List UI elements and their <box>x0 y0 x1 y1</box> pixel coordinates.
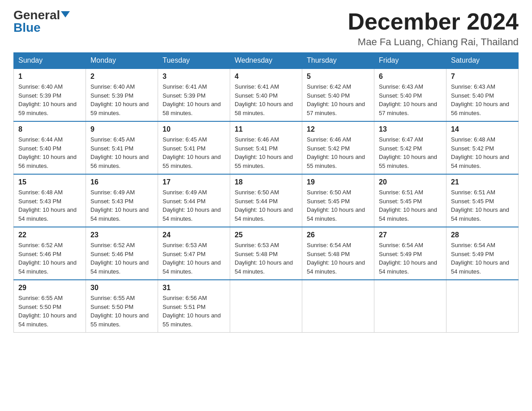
day-number: 7 <box>451 73 514 81</box>
calendar-cell: 1Sunrise: 6:40 AMSunset: 5:39 PMDaylight… <box>14 68 86 121</box>
column-header-friday: Friday <box>374 53 446 69</box>
logo-general-text: General <box>13 9 60 21</box>
day-info: Sunrise: 6:50 AMSunset: 5:45 PMDaylight:… <box>307 188 369 223</box>
week-row-3: 15Sunrise: 6:48 AMSunset: 5:43 PMDayligh… <box>14 174 519 227</box>
month-title: December 2024 <box>348 9 519 34</box>
column-header-wednesday: Wednesday <box>230 53 302 69</box>
calendar-cell <box>302 280 374 333</box>
day-number: 9 <box>90 125 153 133</box>
day-info: Sunrise: 6:48 AMSunset: 5:43 PMDaylight:… <box>18 188 81 223</box>
day-info: Sunrise: 6:51 AMSunset: 5:45 PMDaylight:… <box>379 188 442 223</box>
calendar-cell: 12Sunrise: 6:46 AMSunset: 5:42 PMDayligh… <box>302 121 374 174</box>
calendar-cell: 14Sunrise: 6:48 AMSunset: 5:42 PMDayligh… <box>446 121 519 174</box>
day-info: Sunrise: 6:44 AMSunset: 5:40 PMDaylight:… <box>18 135 81 170</box>
calendar-cell <box>374 280 446 333</box>
day-number: 10 <box>163 125 225 133</box>
calendar-cell: 26Sunrise: 6:54 AMSunset: 5:48 PMDayligh… <box>302 227 374 280</box>
column-header-tuesday: Tuesday <box>158 53 230 69</box>
day-number: 2 <box>90 73 153 81</box>
day-number: 19 <box>307 178 369 186</box>
day-info: Sunrise: 6:54 AMSunset: 5:49 PMDaylight:… <box>379 241 442 276</box>
calendar-cell <box>230 280 302 333</box>
calendar-cell: 21Sunrise: 6:51 AMSunset: 5:45 PMDayligh… <box>446 174 519 227</box>
week-row-5: 29Sunrise: 6:55 AMSunset: 5:50 PMDayligh… <box>14 280 519 333</box>
day-info: Sunrise: 6:55 AMSunset: 5:50 PMDaylight:… <box>90 294 153 329</box>
calendar-table: SundayMondayTuesdayWednesdayThursdayFrid… <box>13 52 519 333</box>
day-number: 12 <box>307 125 369 133</box>
calendar-cell: 5Sunrise: 6:42 AMSunset: 5:40 PMDaylight… <box>302 68 374 121</box>
day-number: 5 <box>307 73 369 81</box>
day-info: Sunrise: 6:41 AMSunset: 5:39 PMDaylight:… <box>163 82 225 117</box>
day-info: Sunrise: 6:52 AMSunset: 5:46 PMDaylight:… <box>18 241 81 276</box>
week-row-4: 22Sunrise: 6:52 AMSunset: 5:46 PMDayligh… <box>14 227 519 280</box>
calendar-cell: 13Sunrise: 6:47 AMSunset: 5:42 PMDayligh… <box>374 121 446 174</box>
day-info: Sunrise: 6:55 AMSunset: 5:50 PMDaylight:… <box>18 294 81 329</box>
calendar-cell: 8Sunrise: 6:44 AMSunset: 5:40 PMDaylight… <box>14 121 86 174</box>
calendar-cell: 19Sunrise: 6:50 AMSunset: 5:45 PMDayligh… <box>302 174 374 227</box>
calendar-cell <box>446 280 519 333</box>
day-info: Sunrise: 6:42 AMSunset: 5:40 PMDaylight:… <box>307 82 369 117</box>
day-info: Sunrise: 6:50 AMSunset: 5:44 PMDaylight:… <box>235 188 297 223</box>
column-header-sunday: Sunday <box>14 53 86 69</box>
day-info: Sunrise: 6:43 AMSunset: 5:40 PMDaylight:… <box>379 82 442 117</box>
day-number: 1 <box>18 73 81 81</box>
calendar-cell: 4Sunrise: 6:41 AMSunset: 5:40 PMDaylight… <box>230 68 302 121</box>
header: General Blue December 2024 Mae Fa Luang,… <box>13 9 519 48</box>
week-row-2: 8Sunrise: 6:44 AMSunset: 5:40 PMDaylight… <box>14 121 519 174</box>
calendar-cell: 31Sunrise: 6:56 AMSunset: 5:51 PMDayligh… <box>158 280 230 333</box>
day-number: 11 <box>235 125 297 133</box>
day-number: 26 <box>307 231 369 239</box>
logo: General Blue <box>13 9 70 34</box>
day-info: Sunrise: 6:41 AMSunset: 5:40 PMDaylight:… <box>235 82 297 117</box>
calendar-cell: 11Sunrise: 6:46 AMSunset: 5:41 PMDayligh… <box>230 121 302 174</box>
day-info: Sunrise: 6:43 AMSunset: 5:40 PMDaylight:… <box>451 82 514 117</box>
logo-triangle-icon <box>61 11 70 17</box>
calendar-cell: 27Sunrise: 6:54 AMSunset: 5:49 PMDayligh… <box>374 227 446 280</box>
logo-blue-text: Blue <box>13 21 41 34</box>
day-number: 14 <box>451 125 514 133</box>
calendar-cell: 22Sunrise: 6:52 AMSunset: 5:46 PMDayligh… <box>14 227 86 280</box>
day-number: 6 <box>379 73 442 81</box>
day-info: Sunrise: 6:54 AMSunset: 5:49 PMDaylight:… <box>451 241 514 276</box>
day-number: 16 <box>90 178 153 186</box>
calendar-cell: 3Sunrise: 6:41 AMSunset: 5:39 PMDaylight… <box>158 68 230 121</box>
day-number: 30 <box>90 284 153 292</box>
day-number: 23 <box>90 231 153 239</box>
day-number: 25 <box>235 231 297 239</box>
calendar-cell: 25Sunrise: 6:53 AMSunset: 5:48 PMDayligh… <box>230 227 302 280</box>
column-header-thursday: Thursday <box>302 53 374 69</box>
calendar-cell: 23Sunrise: 6:52 AMSunset: 5:46 PMDayligh… <box>86 227 158 280</box>
day-info: Sunrise: 6:53 AMSunset: 5:47 PMDaylight:… <box>163 241 225 276</box>
week-row-1: 1Sunrise: 6:40 AMSunset: 5:39 PMDaylight… <box>14 68 519 121</box>
calendar-cell: 24Sunrise: 6:53 AMSunset: 5:47 PMDayligh… <box>158 227 230 280</box>
day-number: 31 <box>163 284 225 292</box>
day-info: Sunrise: 6:48 AMSunset: 5:42 PMDaylight:… <box>451 135 514 170</box>
day-number: 22 <box>18 231 81 239</box>
calendar-cell: 16Sunrise: 6:49 AMSunset: 5:43 PMDayligh… <box>86 174 158 227</box>
day-number: 24 <box>163 231 225 239</box>
calendar-cell: 7Sunrise: 6:43 AMSunset: 5:40 PMDaylight… <box>446 68 519 121</box>
column-header-monday: Monday <box>86 53 158 69</box>
calendar-cell: 28Sunrise: 6:54 AMSunset: 5:49 PMDayligh… <box>446 227 519 280</box>
header-row: SundayMondayTuesdayWednesdayThursdayFrid… <box>14 53 519 69</box>
day-number: 13 <box>379 125 442 133</box>
calendar-cell: 20Sunrise: 6:51 AMSunset: 5:45 PMDayligh… <box>374 174 446 227</box>
day-number: 18 <box>235 178 297 186</box>
day-info: Sunrise: 6:49 AMSunset: 5:43 PMDaylight:… <box>90 188 153 223</box>
calendar-cell: 17Sunrise: 6:49 AMSunset: 5:44 PMDayligh… <box>158 174 230 227</box>
calendar-cell: 2Sunrise: 6:40 AMSunset: 5:39 PMDaylight… <box>86 68 158 121</box>
day-info: Sunrise: 6:40 AMSunset: 5:39 PMDaylight:… <box>18 82 81 117</box>
day-number: 17 <box>163 178 225 186</box>
day-info: Sunrise: 6:40 AMSunset: 5:39 PMDaylight:… <box>90 82 153 117</box>
location-title: Mae Fa Luang, Chiang Rai, Thailand <box>348 36 519 48</box>
day-info: Sunrise: 6:54 AMSunset: 5:48 PMDaylight:… <box>307 241 369 276</box>
day-number: 15 <box>18 178 81 186</box>
day-number: 4 <box>235 73 297 81</box>
day-number: 27 <box>379 231 442 239</box>
day-info: Sunrise: 6:46 AMSunset: 5:41 PMDaylight:… <box>235 135 297 170</box>
day-info: Sunrise: 6:51 AMSunset: 5:45 PMDaylight:… <box>451 188 514 223</box>
calendar-cell: 10Sunrise: 6:45 AMSunset: 5:41 PMDayligh… <box>158 121 230 174</box>
day-info: Sunrise: 6:45 AMSunset: 5:41 PMDaylight:… <box>163 135 225 170</box>
day-info: Sunrise: 6:47 AMSunset: 5:42 PMDaylight:… <box>379 135 442 170</box>
day-info: Sunrise: 6:52 AMSunset: 5:46 PMDaylight:… <box>90 241 153 276</box>
